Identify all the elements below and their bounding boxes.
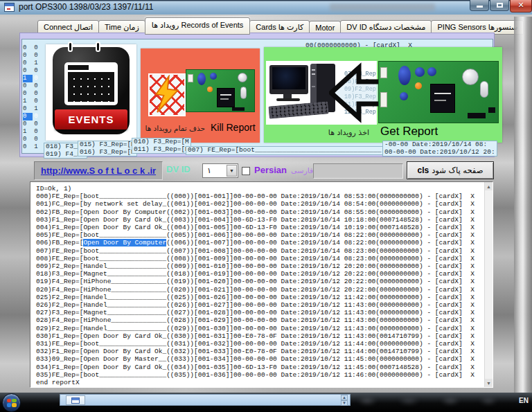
get-report-caption-en: Get Report [380,125,438,138]
log-row: 035)FE_Rep=[boot_________________((035))… [36,371,493,379]
cls-label-farsi: صفحه پاک شود [432,165,483,175]
log-footer: end reportX [36,379,493,386]
log-row: 004)F1_Rep=[Open Door By Card Ok_((004))… [36,224,493,231]
log-row: 026)F2_Rep=[Handel_______________((026))… [36,301,493,309]
log-row: 031)FE_Rep=[boot_________________((031))… [36,340,493,348]
kill-report-caption-fa: حذف تمام رویداد ها [145,124,205,132]
circuit-board-image [378,61,499,123]
taskbar: ▲ ▼ [0,393,532,412]
log-row: 033)09_Rep=[Open Door By Master__((033))… [36,355,493,363]
clear-screen-button[interactable]: cls صفحه پاک شود [407,161,494,179]
title-bar: port OPS300 1398/03/23 1397/11/11 ✕ [0,0,532,15]
background-left-column: 0 00 00 10 01 00 00 01 00 10 00 01 00 00… [23,44,38,151]
persian-checkbox-label: Persian [254,165,287,175]
get-report-caption-fa: اخذ رویداد ها [328,128,369,137]
app-window-icon [71,397,80,404]
log-row: 003)F1_Rep=[Open Door By Card Ok_((003))… [36,216,493,224]
log-textarea[interactable]: ID=Ok, 1) 000)FE_Rep=[boot______________… [30,181,493,388]
events-ribbon: EVENTS [55,109,127,129]
close-icon: ✕ [511,1,531,10]
log-row: 006)FB_Rep=[Open Door By Computer((006))… [36,239,493,247]
scroll-down-icon[interactable]: ▼ [341,400,348,406]
log-lines: 000)FE_Rep=[boot_________________((000))… [36,192,493,379]
log-row: 020)F4_Rep=[HiPhone______________((020))… [36,286,493,294]
log-row: 027)F3_Rep=[Magnet_______________((027))… [36,309,493,316]
get-report-button[interactable]: 07)FB_Rep08)FE_Rep09)F2_Rep10)F3_Rep11)F… [264,47,502,143]
log-header: ID=Ok, 1) [36,185,493,192]
minimize-icon [477,6,483,8]
log-row: 009)F2_Rep=[Handel_______________((009))… [36,262,493,270]
windows-logo-icon [7,399,17,407]
background-window-fragment: 007) FE_Rep=[boot_______________________… [186,146,383,155]
events-label: EVENTS [68,114,114,125]
log-row: 032)F1_Rep=[Open Door By Card Ok_((032))… [36,348,493,355]
dvid-label: DV ID [166,164,190,174]
log-row: 005)FE_Rep=[boot_________________((005))… [36,231,493,239]
close-button[interactable]: ✕ [510,0,532,12]
events-image[interactable]: EVENTS [46,44,136,141]
background-window-fragment: -00-00 Date:2019/10/14 08:00-00-00 Date:… [382,141,497,156]
kill-report-caption-en: Kill Report [211,122,256,133]
scroll-up-icon[interactable]: ▲ [341,395,348,400]
lightning-icon [148,73,186,116]
circuit-board-image [186,69,255,112]
events-calendar-icon: EVENTS [53,47,130,134]
kill-report-button[interactable]: حذف تمام رویداد ها Kill Report [141,48,260,143]
log-row: 008)FE_Rep=[boot_________________((008))… [36,255,493,262]
empty-text-field[interactable] [313,163,403,179]
softlock-link-text: http://www.S o f t L o c k .ir [41,165,156,176]
persian-label-farsi: فارسی [291,166,313,175]
selected-text: Open Door By Computer [83,239,166,247]
maximize-icon [497,3,503,8]
start-button[interactable] [2,393,21,412]
background-window-fragment: 015) F3_Rep=[M016) F3_Rep=[M [78,141,137,156]
maximize-button[interactable] [490,0,509,11]
taskbar-window-strip: ▲ ▼ [60,394,351,406]
log-row: 018)F3_Rep=[Magnet_______________((018))… [36,270,493,278]
window-title: port OPS300 1398/03/23 1397/11/11 [19,2,153,12]
log-row: 028)F4_Rep=[HiPhone______________((028))… [36,316,493,324]
taskbar-app-button[interactable] [66,395,85,405]
minimize-button[interactable] [470,0,489,11]
dvid-select[interactable]: ١ ▼ [202,163,238,178]
window-edge-highlight [514,17,532,393]
log-row: 007)FE_Rep=[boot_________________((007))… [36,247,493,255]
taskbar-blurred-icons [353,395,513,407]
log-row: 030)F1_Rep=[Open Door By Card Ok_((030))… [36,332,493,340]
redacted-title-text [330,3,435,11]
log-row: 034)F1_Rep=[Open Door By Card Ok_((034))… [36,364,493,371]
tab-records-of-events[interactable]: رویداد ها Records of Events [145,17,251,35]
log-row: 019)F4_Rep=[HiPhone______________((019))… [36,278,493,285]
app-icon [4,3,15,12]
dvid-value: ١ [207,166,211,175]
application-window: port OPS300 1398/03/23 1397/11/11 ✕ Conn… [0,0,532,412]
chevron-down-icon[interactable]: ▼ [227,165,237,177]
scroll-up-icon[interactable]: ▲ [485,182,493,190]
language-indicator: EN [519,397,529,404]
log-row: 001)FC_Rep=[by network set delay_((001))… [36,200,493,208]
scroll-down-icon[interactable]: ▼ [485,379,493,387]
log-row: 029)F2_Rep=[Handel_______________((029))… [36,325,493,332]
log-row: 000)FE_Rep=[boot_________________((000))… [36,192,493,200]
cls-label: cls [418,165,429,175]
persian-checkbox[interactable] [242,167,250,175]
background-window-fragment: 010) F3_Rep=[M011) F3_Rep=[M [132,138,191,154]
log-scrollbar[interactable]: ▲ ▼ [484,182,493,387]
log-row: 002)FB_Rep=[Open Door By Computer((002))… [36,208,493,216]
log-row: 025)F2_Rep=[Handel_______________((025))… [36,294,493,301]
softlock-link[interactable]: http://www.S o f t L o c k .ir [34,161,163,180]
mini-scrollbar[interactable]: ▲ ▼ [341,395,348,406]
